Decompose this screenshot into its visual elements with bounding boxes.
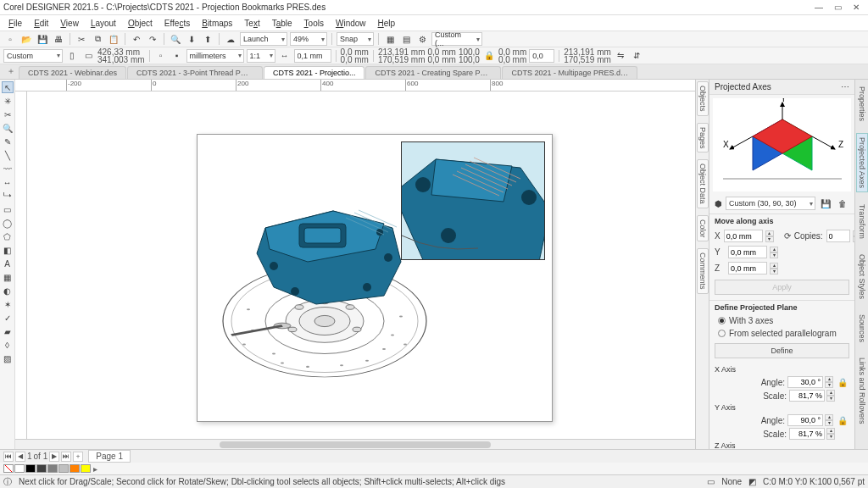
orientation-portrait-icon[interactable]: ▯ [65,49,79,63]
delete-preset-icon[interactable]: 🗑 [836,197,849,210]
workspace-dropdown[interactable]: Custom (... [431,32,482,46]
drawing-canvas[interactable] [27,92,695,439]
all-pages-icon[interactable]: ▫ [154,49,168,63]
restore-button[interactable]: ▭ [829,2,846,14]
swatch[interactable] [81,464,91,473]
apply-button[interactable]: Apply [715,280,849,295]
print-icon[interactable]: 🖶 [52,32,65,46]
menu-help[interactable]: Help [373,17,401,30]
ftab-projected-axes[interactable]: Projected Axes [856,133,868,192]
projected-shape-icon[interactable]: ◧ [2,244,14,256]
export-icon[interactable]: ⬆ [201,32,214,46]
paste-icon[interactable]: 📋 [107,32,120,46]
ftab-links[interactable]: Links and Rollovers [857,354,867,428]
callout-tool-icon[interactable]: ◐ [2,285,14,297]
menu-view[interactable]: View [55,17,84,30]
outline-tool-icon[interactable]: ◊ [2,339,14,351]
transparency-tool-icon[interactable]: ▨ [2,352,14,364]
shape-tool-icon[interactable]: ✳ [2,95,14,107]
redo-icon[interactable]: ↷ [146,32,159,46]
save-preset-icon[interactable]: 💾 [819,197,832,210]
angle-input[interactable] [529,49,554,63]
effects-tool-icon[interactable]: ✶ [2,298,14,310]
ftab-transform[interactable]: Transform [857,201,867,242]
eyedropper-tool-icon[interactable]: ✓ [2,312,14,324]
swatch[interactable] [36,464,47,473]
add-page-button[interactable]: ＋ [73,452,83,462]
page-object[interactable] [197,134,553,422]
menu-layout[interactable]: Layout [86,17,121,30]
guides-icon[interactable]: ▤ [399,32,413,46]
polygon-tool-icon[interactable]: ⬠ [2,230,14,242]
doc-tab-4[interactable]: CDTS 2021 - Multipage PRES.des [502,66,637,79]
docker-color[interactable]: Color [697,215,709,242]
docker-object-data[interactable]: Object Data [697,159,709,208]
mirror-v-icon[interactable]: ⇵ [630,49,643,63]
docker-comments[interactable]: Comments [697,248,709,294]
connector-tool-icon[interactable]: ⮡ [2,190,14,202]
docker-menu-icon[interactable]: ⋯ [841,82,849,92]
ratio-dropdown[interactable]: 1:1 [247,49,275,63]
axes-preview[interactable]: Y X Z [713,98,851,191]
ftab-properties[interactable]: Properties [857,83,867,125]
snap-dropdown[interactable]: Snap [337,32,374,46]
text-tool-icon[interactable]: A [2,258,14,269]
rectangle-tool-icon[interactable]: ▭ [2,203,14,215]
nudge-input[interactable] [294,49,331,63]
define-button[interactable]: Define [715,343,849,358]
current-page-icon[interactable]: ▪ [170,49,184,63]
ellipse-tool-icon[interactable]: ◯ [2,217,14,229]
copy-icon[interactable]: ⧉ [91,32,104,46]
close-button[interactable]: ✕ [848,2,865,14]
doc-tab-0[interactable]: CDTS 2021 - Webinar.des [19,66,126,79]
publish-icon[interactable]: ☁ [224,32,237,46]
mirror-h-icon[interactable]: ⇋ [614,49,627,63]
swatch[interactable] [25,464,36,473]
x-angle-input[interactable] [787,376,823,388]
import-icon[interactable]: ⬇ [185,32,198,46]
menu-tools[interactable]: Tools [299,17,329,30]
zoom-dropdown[interactable]: 49% [290,32,327,46]
line-tool-icon[interactable]: ╲ [2,149,14,161]
move-z-input[interactable] [728,262,767,274]
pick-tool-icon[interactable]: ↖ [2,81,14,93]
next-page-button[interactable]: ▶ [49,452,59,462]
swatch[interactable] [47,464,58,473]
menu-text[interactable]: Text [239,17,264,30]
save-icon[interactable]: 💾 [36,32,49,46]
doc-tab-1[interactable]: CDTS 2021 - 3-Point Thread PRES.des* [127,66,263,79]
page-tab[interactable]: Page 1 [88,450,131,463]
crop-tool-icon[interactable]: ✂ [2,108,14,120]
launch-dropdown[interactable]: Launch [240,32,287,46]
undo-icon[interactable]: ↶ [130,32,143,46]
zoom-tool-icon[interactable]: 🔍 [2,122,14,134]
projection-preset-dropdown[interactable]: Custom (30, 90, 30) [726,197,815,210]
menu-effects[interactable]: Effects [159,17,195,30]
copies-input[interactable] [826,230,850,242]
doc-tab-2[interactable]: CDTS 2021 - Projectio... [264,66,365,79]
radio-parallelogram[interactable]: From selected parallelogram [709,327,854,340]
orientation-landscape-icon[interactable]: ▭ [81,49,95,63]
ftab-object-styles[interactable]: Object Styles [857,251,867,302]
menu-window[interactable]: Window [331,17,371,30]
docker-objects[interactable]: Objects [697,81,709,116]
units-dropdown[interactable]: millimeters [186,49,244,63]
open-icon[interactable]: 📂 [19,32,33,46]
y-angle-input[interactable] [787,414,823,426]
move-x-input[interactable] [724,230,763,242]
y-scale-input[interactable] [789,428,825,440]
prev-page-button[interactable]: ◀ [15,452,25,462]
ftab-sources[interactable]: Sources [857,311,867,346]
tab-new-icon[interactable]: ＋ [3,64,19,79]
swatch[interactable] [14,464,25,473]
move-y-input[interactable] [728,246,767,258]
cycle-icon[interactable]: ⟳ [784,231,791,241]
swatch[interactable] [58,464,69,473]
x-scale-input[interactable] [789,390,825,402]
cut-icon[interactable]: ✂ [75,32,88,46]
menu-table[interactable]: Table [267,17,298,30]
ruler-horizontal[interactable]: -2000 200400 600800 [15,80,695,92]
new-icon[interactable]: ▫ [3,32,17,46]
first-page-button[interactable]: ⏮ [3,452,14,462]
dimension-tool-icon[interactable]: ↔ [2,176,14,188]
